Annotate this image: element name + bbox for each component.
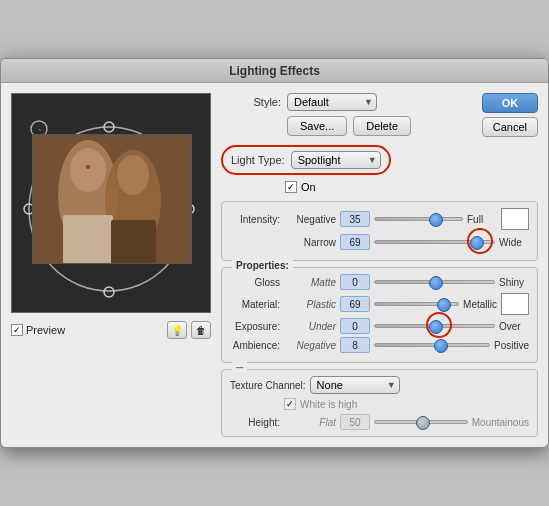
intensity-row: Intensity: Negative 35 Full bbox=[230, 208, 529, 230]
properties-title: Properties: bbox=[232, 260, 293, 271]
preview-controls: ✓ Preview 💡 🗑 bbox=[11, 321, 211, 339]
gloss-thumb[interactable] bbox=[429, 276, 443, 290]
svg-point-4 bbox=[104, 287, 114, 297]
save-row: Save... Delete bbox=[221, 116, 476, 136]
intensity-slider[interactable] bbox=[374, 217, 463, 221]
ambience-slider[interactable] bbox=[374, 343, 490, 347]
trash-icon-btn[interactable]: 🗑 bbox=[191, 321, 211, 339]
material-thumb[interactable] bbox=[437, 298, 451, 312]
focus-slider[interactable] bbox=[374, 240, 495, 244]
material-row: Material: Plastic 69 Metallic bbox=[230, 293, 529, 315]
dialog-title: Lighting Effects bbox=[1, 59, 548, 83]
ok-button[interactable]: OK bbox=[482, 93, 538, 113]
exposure-value[interactable]: 0 bbox=[340, 318, 370, 334]
intensity-right-label: Full bbox=[467, 214, 497, 225]
focus-thumb[interactable] bbox=[470, 236, 484, 250]
texture-channel-select[interactable]: None bbox=[310, 376, 400, 394]
right-panel: Style: Default ▼ Save... Delete bbox=[221, 93, 538, 437]
title-text: Lighting Effects bbox=[229, 64, 320, 78]
on-label: On bbox=[301, 181, 316, 193]
intensity-focus-section: Intensity: Negative 35 Full Narrow 69 bbox=[221, 201, 538, 261]
focus-left-label: Narrow bbox=[284, 237, 336, 248]
material-value[interactable]: 69 bbox=[340, 296, 370, 312]
preview-icons: 💡 🗑 bbox=[167, 321, 211, 339]
gloss-right-label: Shiny bbox=[499, 277, 529, 288]
intensity-value[interactable]: 35 bbox=[340, 211, 370, 227]
height-label: Height: bbox=[230, 417, 280, 428]
on-checkbox[interactable]: ✓ bbox=[285, 181, 297, 193]
light-type-label: Light Type: bbox=[231, 154, 285, 166]
focus-value[interactable]: 69 bbox=[340, 234, 370, 250]
preview-checkbox-row[interactable]: ✓ Preview bbox=[11, 324, 65, 336]
exposure-row: Exposure: Under 0 Over bbox=[230, 318, 529, 334]
height-right-label: Mountainous bbox=[472, 417, 529, 428]
light-type-select-wrapper[interactable]: Spotlight Omni Directional ▼ bbox=[291, 151, 381, 169]
cancel-button[interactable]: Cancel bbox=[482, 117, 538, 137]
height-thumb[interactable] bbox=[416, 416, 430, 430]
white-is-high-checkbox[interactable]: ✓ bbox=[284, 398, 296, 410]
ambience-left-label: Negative bbox=[284, 340, 336, 351]
on-row: ✓ On bbox=[221, 181, 538, 193]
gloss-row: Gloss Matte 0 Shiny bbox=[230, 274, 529, 290]
height-left-label: Flat bbox=[284, 417, 336, 428]
style-label: Style: bbox=[221, 96, 281, 108]
intensity-left-label: Negative bbox=[284, 214, 336, 225]
white-is-high-label: White is high bbox=[300, 399, 357, 410]
height-slider[interactable] bbox=[374, 420, 468, 424]
intensity-thumb[interactable] bbox=[429, 213, 443, 227]
texture-channel-row: Texture Channel: None ▼ bbox=[230, 376, 529, 394]
material-slider[interactable] bbox=[374, 302, 459, 306]
svg-rect-16 bbox=[33, 135, 192, 264]
exposure-slider[interactable] bbox=[374, 324, 495, 328]
focus-row: Narrow 69 Wide bbox=[230, 234, 529, 250]
preview-canvas bbox=[11, 93, 211, 313]
white-is-high-row: ✓ White is high bbox=[230, 398, 529, 410]
material-label: Material: bbox=[230, 299, 280, 310]
gloss-value[interactable]: 0 bbox=[340, 274, 370, 290]
save-button[interactable]: Save... bbox=[287, 116, 347, 136]
lightbulb-icon-btn[interactable]: 💡 bbox=[167, 321, 187, 339]
preview-image bbox=[32, 134, 192, 264]
intensity-color-swatch[interactable] bbox=[501, 208, 529, 230]
height-row: Height: Flat 50 Mountainous bbox=[230, 414, 529, 430]
style-select-wrapper[interactable]: Default ▼ bbox=[287, 93, 377, 111]
light-type-row: Light Type: Spotlight Omni Directional ▼ bbox=[221, 143, 538, 175]
focus-right-label: Wide bbox=[499, 237, 529, 248]
preview-image-content bbox=[33, 135, 191, 263]
intensity-label: Intensity: bbox=[230, 214, 280, 225]
texture-section-title: ─ bbox=[232, 362, 247, 373]
ambience-label: Ambience: bbox=[230, 340, 280, 351]
exposure-right-label: Over bbox=[499, 321, 529, 332]
exposure-label: Exposure: bbox=[230, 321, 280, 332]
exposure-thumb[interactable] bbox=[429, 320, 443, 334]
texture-section: ─ Texture Channel: None ▼ ✓ White is hig… bbox=[221, 369, 538, 437]
left-panel: ✓ Preview 💡 🗑 bbox=[11, 93, 211, 437]
preview-label: Preview bbox=[26, 324, 65, 336]
lighting-effects-dialog: Lighting Effects bbox=[0, 58, 549, 448]
height-value[interactable]: 50 bbox=[340, 414, 370, 430]
ambience-value[interactable]: 8 bbox=[340, 337, 370, 353]
texture-channel-label: Texture Channel: bbox=[230, 380, 306, 391]
top-buttons: Style: Default ▼ Save... Delete bbox=[221, 93, 538, 137]
material-color-swatch[interactable] bbox=[501, 293, 529, 315]
style-row: Style: Default ▼ bbox=[221, 93, 476, 111]
preview-photo bbox=[33, 135, 192, 264]
gloss-slider[interactable] bbox=[374, 280, 495, 284]
ambience-right-label: Positive bbox=[494, 340, 529, 351]
material-right-label: Metallic bbox=[463, 299, 497, 310]
texture-channel-select-wrapper[interactable]: None ▼ bbox=[310, 376, 400, 394]
preview-checkbox[interactable]: ✓ bbox=[11, 324, 23, 336]
gloss-label-field: Gloss bbox=[230, 277, 280, 288]
style-select[interactable]: Default bbox=[287, 93, 377, 111]
ambience-row: Ambience: Negative 8 Positive bbox=[230, 337, 529, 353]
ambience-thumb[interactable] bbox=[434, 339, 448, 353]
exposure-left-label: Under bbox=[284, 321, 336, 332]
delete-button[interactable]: Delete bbox=[353, 116, 411, 136]
light-type-select[interactable]: Spotlight Omni Directional bbox=[291, 151, 381, 169]
material-left-label: Plastic bbox=[284, 299, 336, 310]
light-type-highlight: Light Type: Spotlight Omni Directional ▼ bbox=[221, 145, 391, 175]
properties-section: Properties: Gloss Matte 0 Shiny Material… bbox=[221, 267, 538, 363]
gloss-left-label: Matte bbox=[284, 277, 336, 288]
